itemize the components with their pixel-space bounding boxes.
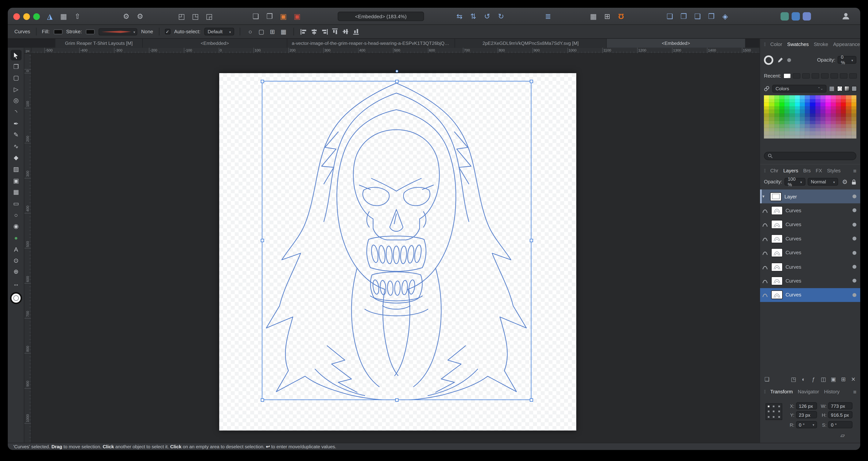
tab-stroke[interactable]: Stroke	[814, 41, 828, 47]
palette-swatch[interactable]	[846, 117, 851, 120]
tab-styles[interactable]: Styles	[827, 168, 840, 173]
layer-row[interactable]: Curves	[760, 274, 860, 288]
tab-fx[interactable]: FX	[815, 168, 822, 173]
layer-visibility-toggle[interactable]	[852, 293, 856, 297]
palette-swatch[interactable]	[836, 135, 841, 139]
h-field[interactable]: 916.5 px	[828, 411, 852, 419]
layer-row[interactable]: Curves	[760, 203, 860, 218]
palette-swatch[interactable]	[820, 103, 826, 106]
alignment-options-icon[interactable]: ≣	[542, 11, 553, 22]
boolean-divide-icon[interactable]: ❒	[706, 11, 717, 22]
layer-row[interactable]: Curves	[760, 288, 860, 302]
boolean-subtract-icon[interactable]: ❐	[678, 11, 689, 22]
palette-swatch[interactable]	[779, 117, 784, 120]
layer-disclosure-arrow[interactable]: ▾	[762, 194, 767, 199]
layer-thumbnail[interactable]	[771, 234, 783, 243]
palette-swatch[interactable]	[851, 95, 857, 99]
pixel-preview-icon[interactable]	[803, 12, 811, 21]
palette-swatch[interactable]	[800, 120, 805, 124]
palette-swatch[interactable]	[789, 103, 795, 106]
layer-thumbnail[interactable]	[771, 291, 783, 299]
auto-select-checkbox[interactable]: ✓	[165, 29, 170, 34]
palette-swatch[interactable]	[826, 131, 831, 135]
palette-swatch[interactable]	[836, 120, 841, 124]
palette-swatch[interactable]	[851, 131, 857, 135]
palette-swatch[interactable]	[800, 128, 805, 131]
palette-swatch[interactable]	[836, 110, 841, 113]
document-setup-gear-icon[interactable]: ⚙	[134, 11, 146, 22]
palette-swatch[interactable]	[784, 128, 789, 131]
palette-swatch[interactable]	[769, 99, 774, 103]
layer-visibility-toggle[interactable]	[852, 194, 856, 198]
palette-swatch[interactable]	[815, 95, 820, 99]
palette-swatch[interactable]	[769, 113, 774, 117]
pixel-persona-icon[interactable]: ▦	[58, 11, 69, 22]
palette-swatch[interactable]	[831, 113, 836, 117]
palette-swatch[interactable]	[851, 99, 857, 103]
palette-swatch[interactable]	[836, 131, 841, 135]
palette-swatch[interactable]	[795, 113, 800, 117]
palette-swatch[interactable]	[805, 135, 810, 139]
document-zoom-pill[interactable]: <Embedded> (183.4%)	[338, 11, 424, 21]
palette-swatch[interactable]	[789, 99, 795, 103]
recent-swatch-slot[interactable]	[821, 73, 829, 79]
palette-swatch[interactable]	[769, 135, 774, 139]
vector-brush-tool[interactable]: ∿	[10, 141, 22, 152]
palette-swatch[interactable]	[774, 103, 779, 106]
palette-swatch[interactable]	[831, 117, 836, 120]
palette-swatch[interactable]	[826, 103, 831, 106]
donut-tool[interactable]: ◉	[10, 221, 22, 231]
close-window-button[interactable]	[13, 13, 20, 20]
boolean-add-icon[interactable]: ❏	[664, 11, 675, 22]
palette-swatch[interactable]	[820, 95, 826, 99]
recent-swatch-slot[interactable]	[802, 73, 810, 79]
layer-thumbnail[interactable]	[771, 277, 783, 285]
panel-drag-grip[interactable]: ⁞⁞	[764, 168, 765, 173]
fill-swatch[interactable]	[53, 29, 62, 34]
palette-swatch[interactable]	[769, 124, 774, 128]
palette-swatch[interactable]	[795, 128, 800, 131]
palette-swatch[interactable]	[820, 131, 826, 135]
palette-swatch[interactable]	[826, 128, 831, 131]
palette-swatch[interactable]	[784, 135, 789, 139]
document-tab[interactable]: a-vector-image-of-the-grim-reaper-s-head…	[287, 39, 455, 48]
palette-swatch[interactable]	[805, 110, 810, 113]
palette-swatch[interactable]	[836, 106, 841, 110]
palette-swatch[interactable]	[769, 131, 774, 135]
palette-swatch[interactable]	[815, 117, 820, 120]
palette-swatch[interactable]	[820, 120, 826, 124]
palette-swatch[interactable]	[846, 120, 851, 124]
align-left-icon[interactable]	[300, 28, 308, 35]
swatch-search-box[interactable]	[764, 152, 857, 160]
layer-visibility-toggle[interactable]	[852, 279, 856, 283]
palette-swatch[interactable]	[826, 95, 831, 99]
palette-swatch[interactable]	[805, 113, 810, 117]
palette-swatch[interactable]	[810, 110, 815, 113]
palette-swatch[interactable]	[810, 131, 815, 135]
color-picker-tool[interactable]: ⊙	[10, 255, 22, 266]
layer-visibility-toggle[interactable]	[852, 208, 856, 212]
palette-swatch[interactable]	[815, 124, 820, 128]
palette-swatch[interactable]	[846, 131, 851, 135]
crop-to-canvas-icon[interactable]: ▣	[830, 376, 836, 382]
layer-options-icon[interactable]: ❏	[764, 376, 770, 382]
palette-swatch[interactable]	[846, 103, 851, 106]
palette-swatch[interactable]	[764, 128, 769, 131]
palette-swatch[interactable]	[851, 135, 857, 139]
tab-navigator[interactable]: Navigator	[798, 389, 819, 395]
layer-thumbnail[interactable]	[771, 220, 783, 229]
palette-swatch[interactable]	[841, 110, 846, 113]
shear-icon[interactable]: ▱	[840, 432, 845, 438]
palette-swatch[interactable]	[774, 117, 779, 120]
fill-stroke-indicator[interactable]	[9, 291, 23, 305]
palette-swatch[interactable]	[789, 131, 795, 135]
palette-swatch[interactable]	[779, 103, 784, 106]
palette-swatch[interactable]	[795, 99, 800, 103]
palette-swatch[interactable]	[789, 110, 795, 113]
palette-swatch[interactable]	[805, 124, 810, 128]
shape-tool[interactable]: ●	[10, 232, 22, 243]
artboard-tool[interactable]: ❐	[10, 61, 22, 71]
palette-swatch[interactable]	[764, 103, 769, 106]
rectangle-tool[interactable]: ▭	[10, 198, 22, 209]
palette-swatch[interactable]	[810, 117, 815, 120]
